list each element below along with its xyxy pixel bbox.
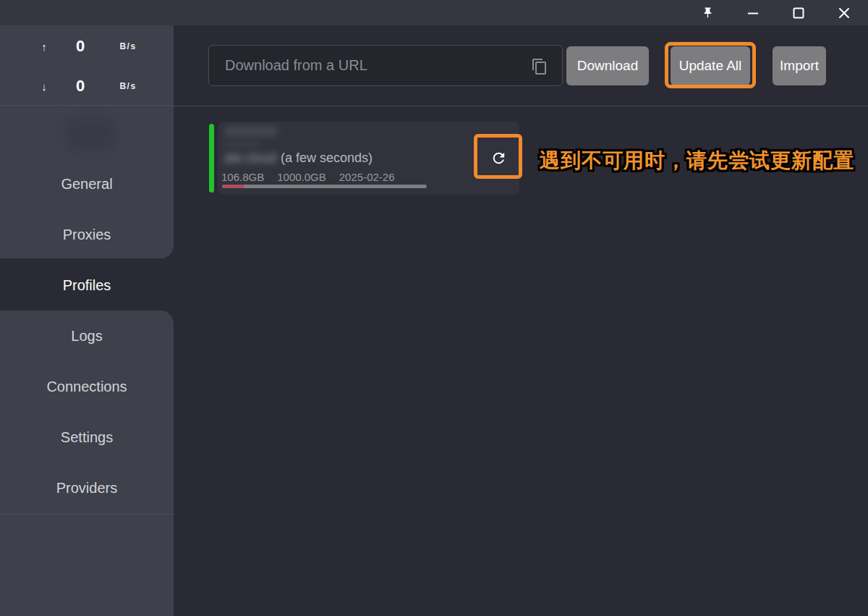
update-all-button[interactable]: Update All	[671, 46, 750, 85]
sidebar-item-general[interactable]: General	[0, 159, 174, 209]
sidebar-item-settings[interactable]: Settings	[0, 412, 174, 463]
update-hint-annotation: 遇到不可用时，请先尝试更新配置	[540, 147, 868, 174]
sidebar-item-profiles[interactable]: Profiles	[0, 260, 174, 311]
active-profile-indicator	[209, 124, 214, 193]
download-speed-value: 0	[62, 77, 98, 96]
pin-icon	[702, 7, 714, 19]
sidebar-item-label: Connections	[46, 379, 127, 395]
sidebar-item-label: Settings	[61, 429, 113, 446]
sidebar-item-proxies[interactable]: Proxies	[0, 209, 174, 260]
sidebar-item-label: Logs	[71, 328, 102, 345]
sidebar-item-label: Profiles	[63, 277, 111, 294]
traffic-progress-bar	[222, 185, 427, 188]
upload-speed-unit: B/s	[110, 41, 146, 51]
url-input[interactable]	[208, 45, 563, 86]
download-arrow-icon: ↓	[38, 80, 51, 93]
profile-name-line: ala cloud(a few seconds)	[224, 151, 463, 168]
content-divider	[174, 106, 868, 106]
sidebar-item-logs[interactable]: Logs	[0, 311, 174, 361]
refresh-icon	[490, 150, 507, 166]
upload-speed-value: 0	[62, 37, 98, 56]
upload-arrow-icon: ↑	[38, 41, 51, 53]
close-button[interactable]	[825, 0, 864, 25]
paste-from-clipboard-button[interactable]	[529, 56, 550, 77]
profile-updated-ago: (a few seconds)	[281, 151, 373, 165]
profile-card[interactable]: ala cloud(a few seconds) 106.8GB 1000.0G…	[218, 122, 519, 195]
import-button[interactable]: Import	[773, 46, 826, 85]
download-speed: ↓ 0 B/s	[0, 74, 174, 98]
profile-stats: 106.8GB 1000.0GB 2025-02-26	[221, 171, 395, 183]
traffic-progress-fill	[222, 185, 244, 188]
sidebar-item-label: Providers	[56, 480, 117, 497]
expire-date: 2025-02-26	[339, 171, 395, 183]
traffic-used: 106.8GB	[221, 171, 264, 183]
sidebar-item-connections[interactable]: Connections	[0, 361, 174, 412]
titlebar	[0, 0, 868, 25]
sidebar-top-section: ↑ 0 B/s ↓ 0 B/s General Proxies	[0, 25, 174, 258]
sidebar-item-providers[interactable]: Providers	[0, 463, 174, 513]
sidebar: ↑ 0 B/s ↓ 0 B/s General Proxies Profiles	[0, 25, 174, 616]
redacted-profile-meta	[225, 140, 260, 147]
minimize-icon	[747, 7, 759, 19]
app-window: ↑ 0 B/s ↓ 0 B/s General Proxies Profiles	[0, 0, 868, 616]
redacted-profile-badge	[225, 127, 277, 136]
maximize-icon	[793, 7, 804, 19]
profile-refresh-button[interactable]	[482, 142, 514, 174]
copy-icon	[531, 58, 548, 75]
sidebar-item-label: Proxies	[63, 227, 111, 243]
upload-speed: ↑ 0 B/s	[0, 34, 174, 59]
minimize-button[interactable]	[733, 0, 773, 25]
maximize-button[interactable]	[779, 0, 818, 25]
download-speed-unit: B/s	[110, 81, 146, 91]
profile-name-redacted: ala cloud	[224, 151, 276, 165]
download-button[interactable]: Download	[566, 46, 649, 85]
sidebar-divider	[0, 514, 174, 515]
traffic-total: 1000.0GB	[277, 171, 326, 183]
pin-icon[interactable]	[688, 0, 727, 25]
close-icon	[838, 7, 850, 19]
sidebar-bottom-section: Logs Connections Settings Providers 00 :…	[0, 311, 174, 616]
sidebar-item-label: General	[61, 176, 112, 193]
sidebar-divider	[0, 105, 174, 106]
app-logo-redacted	[67, 118, 114, 150]
main-content: Download Update All Import ala cloud(a f…	[174, 25, 868, 616]
